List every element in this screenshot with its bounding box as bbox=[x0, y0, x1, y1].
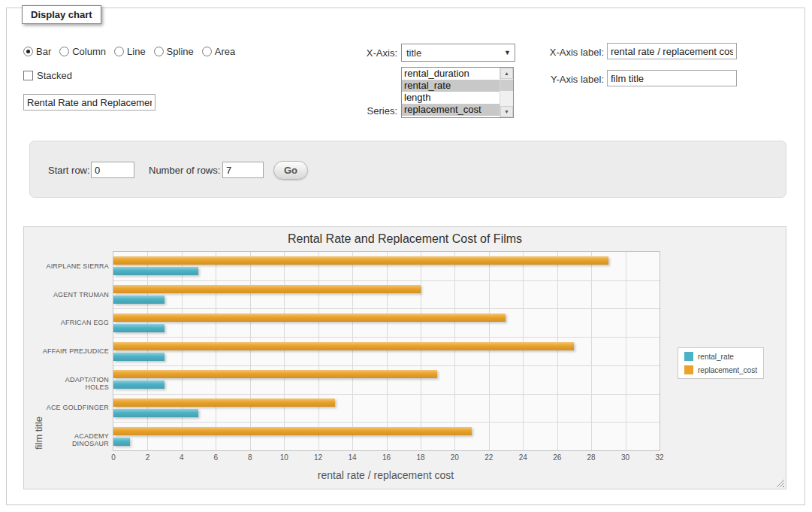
gridline bbox=[284, 252, 285, 450]
bar-replacement_cost bbox=[113, 314, 506, 322]
radio-icon[interactable] bbox=[59, 47, 69, 56]
radio-label: Column bbox=[72, 46, 106, 57]
start-row-input[interactable] bbox=[91, 162, 134, 178]
number-of-rows-input[interactable] bbox=[222, 162, 264, 178]
scroll-down-icon[interactable]: ▼ bbox=[500, 106, 513, 117]
resize-grip-icon[interactable] bbox=[776, 479, 784, 487]
bar-replacement_cost bbox=[113, 427, 472, 435]
bar-rental_rate bbox=[113, 380, 165, 389]
gridline bbox=[113, 337, 660, 338]
gridline bbox=[591, 252, 592, 450]
display-chart-panel: Display chart BarColumnLineSplineArea St… bbox=[6, 8, 805, 505]
chart-type-radio-area[interactable]: Area bbox=[202, 46, 235, 57]
radio-icon[interactable] bbox=[202, 47, 212, 56]
gridline bbox=[387, 252, 388, 450]
series-option-replacement_cost[interactable]: replacement_cost bbox=[402, 104, 500, 116]
x-axis-selected-value: title bbox=[406, 47, 421, 59]
x-tick-label: 8 bbox=[239, 453, 261, 462]
stacked-option[interactable]: Stacked bbox=[23, 70, 72, 81]
gridline bbox=[318, 252, 319, 450]
gridline bbox=[113, 394, 660, 395]
gridline bbox=[113, 280, 660, 281]
chart-type-radio-bar[interactable]: Bar bbox=[23, 46, 51, 57]
legend-swatch bbox=[684, 352, 693, 361]
scrollbar-thumb[interactable] bbox=[500, 80, 513, 91]
chart-type-radio-column[interactable]: Column bbox=[59, 46, 106, 57]
x-tick-label: 30 bbox=[614, 453, 637, 462]
bar-rental_rate bbox=[113, 438, 130, 446]
gridline bbox=[113, 422, 660, 423]
panel-title: Display chart bbox=[22, 5, 101, 24]
bar-replacement_cost bbox=[113, 398, 335, 407]
legend-item-rental_rate: rental_rate bbox=[684, 352, 757, 361]
legend-swatch bbox=[684, 365, 693, 374]
gridline bbox=[489, 252, 490, 450]
series-select-label: Series: bbox=[330, 105, 397, 117]
bar-rental_rate bbox=[113, 353, 165, 361]
bar-rental_rate bbox=[113, 295, 165, 304]
gridline bbox=[147, 252, 148, 450]
x-tick-label: 24 bbox=[512, 453, 534, 462]
chart-type-radio-spline[interactable]: Spline bbox=[154, 46, 194, 57]
bar-rental_rate bbox=[113, 267, 198, 275]
gridline bbox=[250, 252, 251, 450]
chart-title: Rental Rate and Replacement Cost of Film… bbox=[24, 232, 786, 246]
bar-replacement_cost bbox=[113, 370, 437, 378]
y-axis-label-input[interactable] bbox=[607, 70, 737, 86]
bar-replacement_cost bbox=[113, 342, 574, 350]
x-tick-label: 26 bbox=[546, 453, 569, 462]
scrollbar[interactable]: ▲ ▼ bbox=[500, 68, 513, 117]
bar-replacement_cost bbox=[113, 256, 608, 265]
series-option-rental_duration[interactable]: rental_duration bbox=[402, 68, 500, 80]
scroll-up-icon[interactable]: ▲ bbox=[500, 68, 513, 79]
x-tick-label: 2 bbox=[136, 453, 158, 462]
category-label: AIRPLANE SIERRA bbox=[41, 262, 109, 270]
x-axis-select[interactable]: title ▼ bbox=[401, 44, 515, 62]
stacked-checkbox[interactable] bbox=[23, 71, 33, 80]
gridline bbox=[352, 252, 353, 450]
chart-type-radio-group: BarColumnLineSplineArea bbox=[23, 46, 235, 57]
x-tick-label: 16 bbox=[376, 453, 398, 462]
x-axis-select-label: X-Axis: bbox=[330, 47, 397, 59]
chart-type-radio-line[interactable]: Line bbox=[114, 46, 146, 57]
page: Display chart BarColumnLineSplineArea St… bbox=[0, 0, 812, 512]
go-button[interactable]: Go bbox=[273, 161, 308, 180]
legend-item-replacement_cost: replacement_cost bbox=[684, 365, 757, 374]
plot-area: 02468101214161820222426283032AIRPLANE SI… bbox=[113, 251, 660, 451]
x-tick-label: 22 bbox=[478, 453, 500, 462]
x-tick-label: 14 bbox=[341, 453, 364, 462]
radio-icon[interactable] bbox=[114, 47, 124, 56]
gridline bbox=[113, 308, 660, 309]
legend-label: replacement_cost bbox=[698, 366, 757, 374]
radio-label: Spline bbox=[167, 46, 194, 57]
number-of-rows-label: Number of rows: bbox=[149, 165, 220, 176]
x-tick-label: 0 bbox=[102, 453, 125, 462]
category-label: ADAPTATION HOLES bbox=[41, 376, 109, 391]
gridline bbox=[557, 252, 558, 450]
x-tick-label: 4 bbox=[171, 453, 193, 462]
category-label: ACADEMY DINOSAUR bbox=[41, 432, 109, 447]
row-range-panel: Start row: Number of rows: Go bbox=[29, 141, 786, 198]
chart-title-input[interactable] bbox=[23, 94, 155, 111]
gridline bbox=[113, 365, 660, 366]
x-tick-label: 20 bbox=[443, 453, 466, 462]
x-axis-label-input[interactable] bbox=[607, 43, 737, 59]
radio-label: Area bbox=[215, 46, 235, 57]
gridline bbox=[454, 252, 455, 450]
radio-icon[interactable] bbox=[154, 47, 164, 56]
bar-rental_rate bbox=[113, 409, 198, 417]
radio-icon[interactable] bbox=[23, 47, 33, 56]
category-label: ACE GOLDFINGER bbox=[41, 404, 109, 411]
series-listbox[interactable]: rental_durationrental_ratelengthreplacem… bbox=[401, 67, 514, 118]
gridline bbox=[523, 252, 524, 450]
series-option-length[interactable]: length bbox=[402, 92, 500, 104]
x-tick-label: 32 bbox=[648, 453, 671, 462]
x-tick-label: 18 bbox=[409, 453, 432, 462]
start-row-label: Start row: bbox=[48, 165, 90, 176]
category-label: AFFAIR PREJUDICE bbox=[41, 347, 109, 355]
bar-replacement_cost bbox=[113, 285, 421, 293]
x-axis-label-field-label: X-Axis label: bbox=[518, 47, 604, 58]
gridline bbox=[216, 252, 216, 450]
series-option-rental_rate[interactable]: rental_rate bbox=[402, 80, 500, 92]
stacked-label: Stacked bbox=[37, 70, 72, 81]
